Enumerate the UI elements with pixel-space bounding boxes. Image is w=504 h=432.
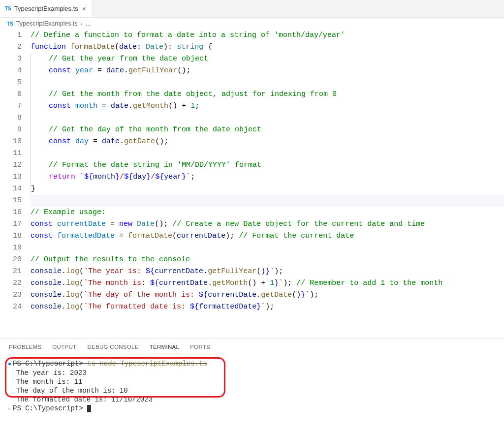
code-line[interactable]: const month = date.getMonth() + 1;: [31, 100, 504, 112]
breadcrumb-filename: TypescriptExamples.ts: [16, 20, 78, 27]
code-line[interactable]: // Output the results to the console: [31, 254, 504, 266]
line-number: 8: [0, 112, 22, 124]
code-line[interactable]: }: [31, 183, 504, 195]
line-number: 21: [0, 266, 22, 278]
line-number: 2: [0, 41, 22, 53]
code-line[interactable]: // Get the day of the month from the dat…: [31, 124, 504, 136]
line-number: 15: [0, 195, 22, 207]
code-line[interactable]: return `${month}/${day}/${year}`;: [31, 171, 504, 183]
line-number: 14: [0, 183, 22, 195]
line-number: 9: [0, 124, 22, 136]
line-number: 1: [0, 30, 22, 41]
code-line[interactable]: [31, 112, 504, 124]
close-icon[interactable]: ×: [81, 5, 87, 13]
editor-tabs-bar: TS TypescriptExamples.ts ×: [0, 0, 504, 18]
line-number: 16: [0, 207, 22, 218]
code-line[interactable]: const formattedDate = formatDate(current…: [31, 230, 504, 242]
code-line[interactable]: console.log(`The formatted date is: ${fo…: [31, 301, 504, 313]
code-line[interactable]: const day = date.getDate();: [31, 136, 504, 148]
terminal-line: The day of the month is: 10: [8, 386, 496, 395]
code-line[interactable]: // Get the month from the date object, a…: [31, 89, 504, 100]
line-number: 3: [0, 53, 22, 65]
code-area[interactable]: // Define a function to format a date in…: [31, 30, 504, 313]
code-line[interactable]: [31, 148, 504, 159]
code-line[interactable]: const currentDate = new Date(); // Creat…: [31, 218, 504, 230]
code-line[interactable]: // Define a function to format a date in…: [31, 30, 504, 41]
terminal-line: ●PS C:\Typescript> ts-node TypescriptExa…: [8, 359, 496, 369]
line-number: 6: [0, 89, 22, 100]
line-number: 12: [0, 159, 22, 171]
bottom-panel: PROBLEMSOUTPUTDEBUG CONSOLETERMINALPORTS…: [0, 339, 504, 432]
line-number: 5: [0, 77, 22, 89]
typescript-icon: TS: [5, 6, 11, 11]
panel-tab-ports[interactable]: PORTS: [190, 344, 210, 353]
line-number: 7: [0, 100, 22, 112]
code-line[interactable]: // Example usage:: [31, 207, 504, 218]
code-editor[interactable]: 123456789101112131415161718192021222324 …: [0, 30, 504, 323]
code-line[interactable]: [31, 77, 504, 89]
breadcrumb-rest: ...: [86, 20, 91, 27]
code-line[interactable]: const year = date.getFullYear();: [31, 65, 504, 77]
panel-tab-debug-console[interactable]: DEBUG CONSOLE: [87, 344, 138, 353]
breadcrumb[interactable]: TS TypescriptExamples.ts › ...: [0, 18, 504, 30]
line-number: 18: [0, 230, 22, 242]
chevron-right-icon: ›: [81, 20, 83, 27]
panel-tabs: PROBLEMSOUTPUTDEBUG CONSOLETERMINALPORTS: [0, 339, 504, 356]
terminal-prompt[interactable]: ○PS C:\Typescript>: [8, 404, 496, 414]
code-line[interactable]: console.log(`The month is: ${currentDate…: [31, 278, 504, 289]
panel-tab-problems[interactable]: PROBLEMS: [9, 344, 41, 353]
line-number: 24: [0, 301, 22, 313]
line-number: 17: [0, 218, 22, 230]
tab-typescript-examples[interactable]: TS TypescriptExamples.ts ×: [0, 0, 93, 17]
code-line[interactable]: // Get the year from the date object: [31, 53, 504, 65]
line-number: 13: [0, 171, 22, 183]
line-number: 10: [0, 136, 22, 148]
code-line[interactable]: console.log(`The day of the month is: ${…: [31, 289, 504, 301]
terminal[interactable]: ●PS C:\Typescript> ts-node TypescriptExa…: [0, 356, 504, 419]
panel-tab-terminal[interactable]: TERMINAL: [150, 344, 180, 353]
terminal-line: The formatted date is: 11/10/2023: [8, 395, 496, 404]
code-line[interactable]: console.log(`The year is: ${currentDate.…: [31, 266, 504, 278]
cursor-icon: [87, 405, 91, 412]
line-number: 20: [0, 254, 22, 266]
code-line[interactable]: function formatDate(date: Date): string …: [31, 41, 504, 53]
typescript-icon: TS: [7, 21, 13, 27]
panel-tab-output[interactable]: OUTPUT: [52, 344, 76, 353]
code-line[interactable]: [31, 195, 504, 207]
code-line[interactable]: [31, 242, 504, 254]
line-number: 22: [0, 278, 22, 289]
code-line[interactable]: // Format the date string in 'MM/DD/YYYY…: [31, 159, 504, 171]
tab-filename: TypescriptExamples.ts: [14, 5, 78, 12]
line-number: 11: [0, 148, 22, 159]
line-number: 23: [0, 289, 22, 301]
terminal-line: The month is: 11: [8, 377, 496, 386]
line-number: 4: [0, 65, 22, 77]
line-number: 19: [0, 242, 22, 254]
line-number-gutter: 123456789101112131415161718192021222324: [0, 30, 31, 313]
terminal-line: The year is: 2023: [8, 369, 496, 377]
